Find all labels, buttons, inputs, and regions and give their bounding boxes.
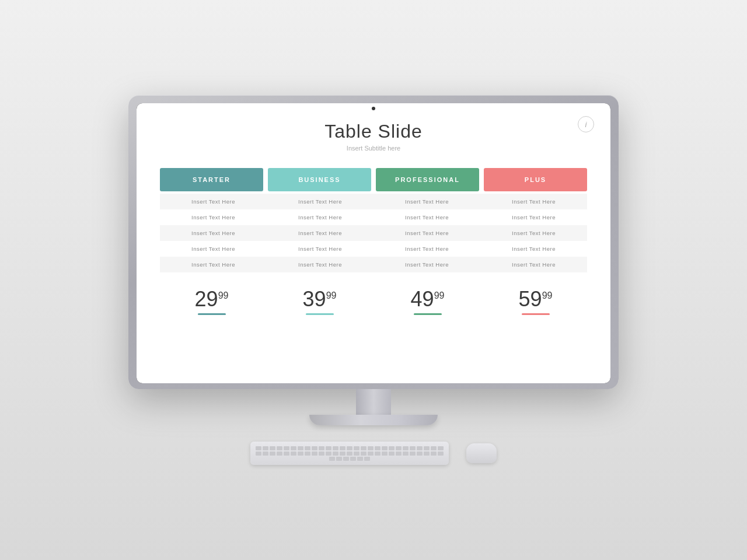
key [326, 446, 331, 450]
key [312, 452, 317, 456]
key [438, 452, 444, 456]
price-cell-starter: 2999 [160, 285, 263, 318]
keyboard [250, 442, 449, 465]
key [382, 452, 388, 456]
key [336, 457, 342, 461]
feature-cell: Insert Text Here [480, 194, 587, 209]
key [431, 446, 437, 450]
feature-cell: Insert Text Here [480, 209, 587, 225]
key [340, 452, 345, 456]
feature-cell: Insert Text Here [267, 241, 374, 257]
key [375, 452, 381, 456]
feature-cell: Insert Text Here [267, 225, 374, 241]
feature-cell: Insert Text Here [374, 209, 480, 225]
key [389, 452, 395, 456]
key [277, 446, 282, 450]
key [424, 446, 430, 450]
feature-cell: Insert Text Here [160, 241, 267, 257]
monitor-stand-neck [356, 389, 391, 415]
price-underline-starter [198, 313, 226, 315]
key [417, 446, 423, 450]
key [305, 446, 310, 450]
key [403, 452, 409, 456]
feature-cell: Insert Text Here [480, 225, 587, 241]
mouse [466, 443, 497, 463]
price-amount-starter: 2999 [160, 289, 263, 310]
plan-header-professional: PROFESSIONAL [376, 168, 479, 191]
key [354, 452, 359, 456]
feature-cell: Insert Text Here [267, 194, 374, 209]
feature-cell: Insert Text Here [160, 194, 267, 209]
info-badge[interactable]: i [578, 116, 594, 132]
key [305, 452, 310, 456]
key [438, 446, 444, 450]
slide-subtitle: Insert Subtitle here [160, 145, 587, 152]
feature-cell: Insert Text Here [374, 257, 480, 272]
pricing-table: STARTER BUSINESS PROFESSIONAL PLUS [160, 168, 587, 318]
key [340, 446, 345, 450]
key [417, 452, 423, 456]
key [270, 446, 275, 450]
key [347, 446, 352, 450]
monitor-stand-base [309, 415, 438, 425]
key [396, 446, 402, 450]
key [333, 452, 338, 456]
monitor-screen: i Table Slide Insert Subtitle here START… [137, 103, 610, 383]
price-underline-plus [522, 313, 550, 315]
key [284, 452, 289, 456]
monitor: i Table Slide Insert Subtitle here START… [128, 95, 619, 465]
key [333, 446, 338, 450]
key [291, 446, 296, 450]
price-cell-plus: 5999 [484, 285, 587, 318]
key [354, 446, 359, 450]
feature-cell: Insert Text Here [480, 257, 587, 272]
key [361, 452, 366, 456]
price-amount-professional: 4999 [376, 289, 479, 310]
key [270, 452, 275, 456]
plans-header: STARTER BUSINESS PROFESSIONAL PLUS [160, 168, 587, 191]
pricing-row: 2999 3999 [160, 285, 587, 318]
key [382, 446, 388, 450]
monitor-frame: i Table Slide Insert Subtitle here START… [128, 95, 619, 389]
key [396, 452, 402, 456]
key [431, 452, 437, 456]
key [263, 446, 268, 450]
feature-cell: Insert Text Here [160, 257, 267, 272]
key [312, 446, 317, 450]
peripherals [250, 442, 497, 465]
key [329, 457, 335, 461]
key [361, 446, 366, 450]
key [375, 446, 381, 450]
key [319, 452, 324, 456]
feature-cell: Insert Text Here [267, 209, 374, 225]
price-amount-plus: 5999 [484, 289, 587, 310]
key [364, 457, 370, 461]
feature-cell: Insert Text Here [480, 241, 587, 257]
key [350, 457, 356, 461]
feature-cell: Insert Text Here [374, 225, 480, 241]
key [410, 446, 416, 450]
key [256, 452, 261, 456]
scene: i Table Slide Insert Subtitle here START… [0, 0, 747, 560]
key [263, 452, 268, 456]
feature-cell: Insert Text Here [160, 225, 267, 241]
key [347, 452, 352, 456]
plan-header-starter: STARTER [160, 168, 263, 191]
key [326, 452, 331, 456]
key [357, 457, 363, 461]
feature-cell: Insert Text Here [374, 241, 480, 257]
price-underline-professional [414, 313, 442, 315]
plan-header-business: BUSINESS [268, 168, 371, 191]
key [256, 446, 261, 450]
info-badge-label: i [585, 120, 587, 129]
key [403, 446, 409, 450]
slide-title: Table Slide [160, 121, 587, 142]
price-cell-professional: 4999 [376, 285, 479, 318]
monitor-bezel: i Table Slide Insert Subtitle here START… [137, 103, 610, 383]
feature-cell: Insert Text Here [160, 209, 267, 225]
key [291, 452, 296, 456]
key [319, 446, 324, 450]
key [389, 446, 395, 450]
price-underline-business [306, 313, 334, 315]
feature-cell: Insert Text Here [374, 194, 480, 209]
